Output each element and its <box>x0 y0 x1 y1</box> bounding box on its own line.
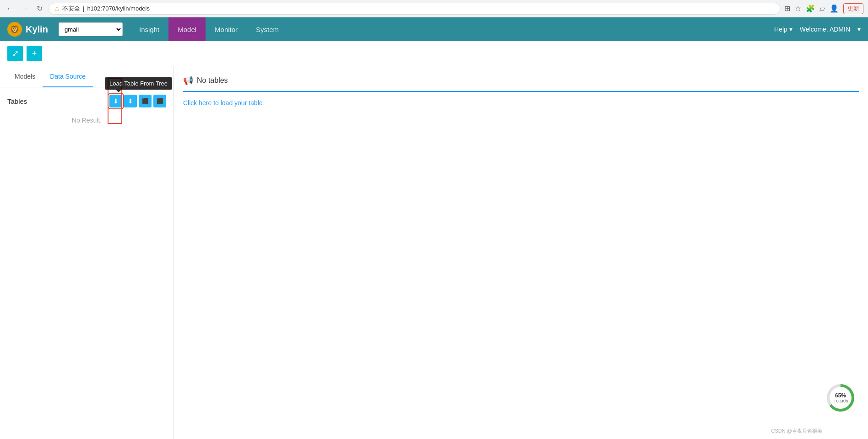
sidebar: Models Data Source Tables Load Table Fro… <box>0 66 174 439</box>
address-separator: | <box>83 5 84 12</box>
lock-icon: ⚠ <box>54 5 60 12</box>
no-tables-text: No tables <box>197 76 228 85</box>
download-icon: ⬇ <box>128 97 133 105</box>
nav-model[interactable]: Model <box>168 17 206 41</box>
tab-data-source[interactable]: Data Source <box>43 66 93 87</box>
reload-button[interactable]: ↻ <box>34 3 45 14</box>
address-bar[interactable]: ⚠ 不安全 | h102:7070/kylin/models <box>49 3 781 15</box>
load-table-from-tree-button[interactable]: ⬇ <box>109 95 122 107</box>
click-here-link[interactable]: Click here to load your table <box>183 99 263 107</box>
load-table-button[interactable]: ⬇ <box>124 95 137 107</box>
sidebar-body: Tables Load Table From Tree ⬇ ⬇ <box>0 87 174 131</box>
csdn-watermark: CSDN @今夜月色很美 <box>771 428 822 434</box>
panel-header: 📢 No tables <box>183 75 859 92</box>
extension-icon[interactable]: 🧩 <box>806 4 815 13</box>
share-button[interactable]: ⤢ <box>7 46 23 61</box>
sidebar-tabs: Models Data Source <box>0 66 174 87</box>
back-button[interactable]: ← <box>5 3 16 14</box>
welcome-text: Welcome, ADMIN <box>800 26 850 33</box>
browser-actions: ⊞ ☆ 🧩 ▱ 👤 更新 <box>784 3 863 14</box>
nav-insight[interactable]: Insight <box>130 17 168 41</box>
translate-icon[interactable]: ⊞ <box>784 4 790 13</box>
logo-area: 🦁 Kylin <box>7 22 53 37</box>
main-nav: Insight Model Monitor System <box>130 17 288 41</box>
profile-icon[interactable]: 👤 <box>830 4 839 13</box>
table-action-buttons: Load Table From Tree ⬇ ⬇ ⬛ ⬛ <box>109 95 166 107</box>
help-button[interactable]: Help ▾ <box>774 26 792 33</box>
progress-percent: 65% <box>835 392 846 399</box>
megaphone-icon: 📢 <box>183 75 193 86</box>
bookmark-icon[interactable]: ☆ <box>795 4 801 13</box>
tables-header: Tables Load Table From Tree ⬇ ⬇ <box>7 95 166 107</box>
no-result-text: No Result. <box>7 117 166 124</box>
window-icon[interactable]: ▱ <box>819 4 825 13</box>
browser-chrome: ← → ↻ ⚠ 不安全 | h102:7070/kylin/models ⊞ ☆… <box>0 0 868 17</box>
table-view-button2[interactable]: ⬛ <box>153 95 166 107</box>
project-selector[interactable]: gmall <box>59 22 123 36</box>
tab-models[interactable]: Models <box>7 66 43 87</box>
tables-title: Tables <box>7 97 27 105</box>
address-text: 不安全 <box>62 5 80 13</box>
progress-circle: 65% ↓ 0.1K/s <box>827 384 854 412</box>
kylin-logo: 🦁 <box>7 22 22 37</box>
app-header: 🦁 Kylin gmall Insight Model Monitor Syst… <box>0 17 868 41</box>
table-icon-1: ⬛ <box>142 98 149 104</box>
load-table-tree-wrapper: Load Table From Tree ⬇ <box>109 95 122 107</box>
forward-button[interactable]: → <box>19 3 30 14</box>
main-content: Models Data Source Tables Load Table Fro… <box>0 66 868 439</box>
add-icon: + <box>32 49 37 59</box>
header-right: Help ▾ Welcome, ADMIN ▾ <box>774 26 861 33</box>
update-button[interactable]: 更新 <box>843 3 863 14</box>
share-icon: ⤢ <box>12 48 19 59</box>
progress-inner: 65% ↓ 0.1K/s <box>830 387 852 409</box>
right-panel: 📢 No tables Click here to load your tabl… <box>174 66 868 439</box>
table-icon-2: ⬛ <box>157 98 163 104</box>
address-url: h102:7070/kylin/models <box>87 5 150 12</box>
add-button[interactable]: + <box>27 46 42 61</box>
page-toolbar: ⤢ + <box>0 41 868 66</box>
nav-system[interactable]: System <box>247 17 288 41</box>
app-name: Kylin <box>26 24 48 35</box>
progress-speed: ↓ 0.1K/s <box>833 399 848 403</box>
nav-monitor[interactable]: Monitor <box>206 17 247 41</box>
progress-circle-container: 65% ↓ 0.1K/s <box>827 384 854 412</box>
table-view-button1[interactable]: ⬛ <box>139 95 152 107</box>
download-tree-icon: ⬇ <box>113 97 119 105</box>
no-tables-message: 📢 No tables <box>183 75 859 86</box>
